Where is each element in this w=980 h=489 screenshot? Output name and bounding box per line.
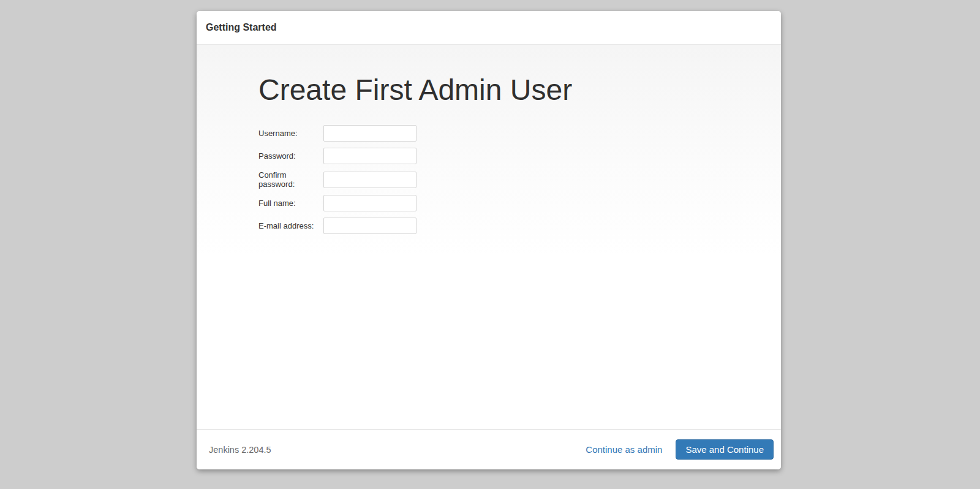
wizard-content: Create First Admin User Username: Passwo…: [197, 45, 781, 429]
password-label: Password:: [258, 151, 323, 161]
email-label: E-mail address:: [258, 221, 323, 230]
password-input[interactable]: [323, 148, 417, 164]
username-input[interactable]: [323, 125, 417, 142]
wizard-header: Getting Started: [197, 11, 781, 45]
page-title: Create First Admin User: [258, 73, 756, 107]
full-name-label: Full name:: [258, 199, 323, 208]
save-and-continue-button[interactable]: Save and Continue: [676, 439, 774, 460]
confirm-password-input[interactable]: [323, 172, 417, 188]
form-row-full-name: Full name:: [258, 195, 756, 211]
full-name-input[interactable]: [323, 195, 417, 211]
wizard-header-title: Getting Started: [206, 22, 277, 33]
confirm-password-label: Confirm password:: [258, 170, 323, 189]
footer-actions: Continue as admin Save and Continue: [586, 439, 774, 460]
setup-wizard-dialog: Getting Started Create First Admin User …: [197, 11, 781, 469]
form-row-username: Username:: [258, 125, 756, 142]
admin-user-form: Username: Password: Confirm password: Fu…: [258, 125, 756, 234]
email-input[interactable]: [323, 218, 417, 234]
form-row-password: Password:: [258, 148, 756, 164]
form-row-email: E-mail address:: [258, 218, 756, 234]
username-label: Username:: [258, 129, 323, 138]
form-row-confirm-password: Confirm password:: [258, 170, 756, 189]
wizard-footer: Jenkins 2.204.5 Continue as admin Save a…: [197, 429, 781, 469]
jenkins-version-label: Jenkins 2.204.5: [209, 445, 271, 455]
continue-as-admin-link[interactable]: Continue as admin: [586, 444, 662, 455]
